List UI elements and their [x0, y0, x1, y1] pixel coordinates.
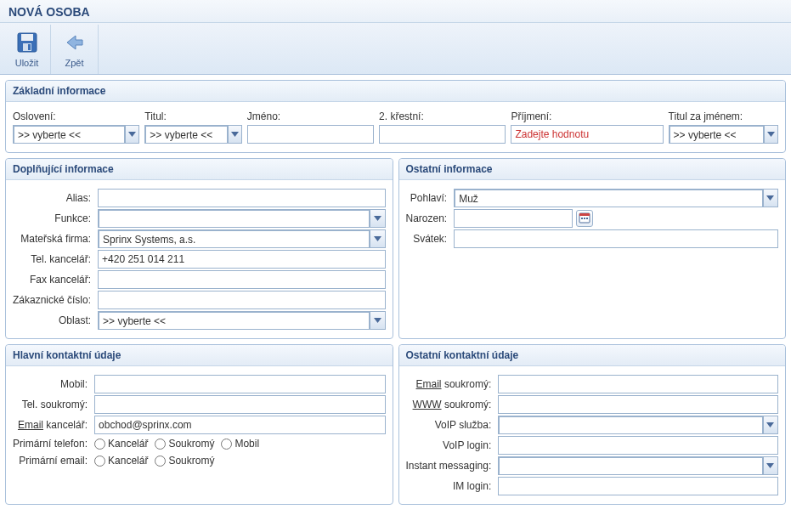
svg-rect-6 — [581, 218, 583, 219]
nameday-input[interactable] — [454, 229, 778, 248]
im-value[interactable] — [499, 457, 763, 475]
save-label: Uložit — [15, 58, 39, 68]
im-label: Instant messaging: — [406, 456, 499, 475]
panel-other-info: Ostatní informace Pohlaví: Narozen: — [398, 158, 787, 339]
function-value[interactable] — [99, 210, 370, 228]
radio-email-office[interactable]: Kancelář — [94, 455, 148, 467]
calendar-button[interactable] — [576, 210, 593, 227]
dropdown-icon[interactable] — [228, 126, 240, 143]
suffix-value[interactable] — [670, 126, 765, 144]
im-login-input[interactable] — [498, 477, 778, 495]
nameday-label: Svátek: — [406, 229, 455, 248]
panel-other-contact-header: Ostatní kontaktní údaje — [399, 345, 786, 366]
customer-no-label: Zákaznické číslo: — [13, 291, 98, 309]
last-name-label: Příjmení: — [511, 110, 663, 122]
www-private-label: WWW soukromý: — [406, 395, 499, 414]
radio-phone-mobile[interactable]: Mobil — [221, 438, 259, 450]
salutation-value[interactable] — [14, 126, 125, 144]
panel-additional: Doplňující informace Alias: Funkce: — [5, 158, 393, 339]
voip-service-select[interactable] — [498, 416, 778, 434]
alias-input[interactable] — [98, 189, 385, 207]
toolbar: Uložit Zpět — [0, 23, 791, 75]
first-name-label: Jméno: — [247, 110, 374, 122]
voip-login-label: VoIP login: — [406, 436, 499, 455]
suffix-label: Titul za jménem: — [669, 110, 778, 122]
email-private-label: Email soukromý: — [406, 375, 499, 393]
last-name-input[interactable] — [511, 125, 663, 144]
panel-additional-header: Doplňující informace — [6, 159, 393, 180]
dropdown-icon[interactable] — [370, 230, 384, 247]
primary-phone-radios: Kancelář Soukromý Mobil — [94, 436, 385, 451]
back-arrow-icon — [63, 31, 87, 54]
area-select[interactable] — [98, 311, 385, 330]
dropdown-icon[interactable] — [125, 126, 138, 143]
voip-service-value[interactable] — [499, 416, 763, 434]
calendar-icon — [579, 212, 590, 226]
dropdown-icon[interactable] — [370, 210, 384, 227]
born-input[interactable] — [454, 209, 573, 228]
salutation-label: Oslovení: — [13, 110, 139, 122]
customer-no-input[interactable] — [98, 291, 385, 309]
middle-name-input[interactable] — [379, 125, 506, 144]
voip-login-input[interactable] — [498, 436, 778, 455]
tel-office-input[interactable] — [98, 250, 385, 269]
dropdown-icon[interactable] — [763, 416, 777, 433]
company-select[interactable] — [98, 229, 385, 248]
tel-private-input[interactable] — [94, 395, 385, 414]
mobile-label: Mobil: — [13, 375, 94, 393]
gender-select[interactable] — [454, 189, 778, 207]
gender-value[interactable] — [455, 190, 763, 207]
middle-name-label: 2. křestní: — [379, 110, 506, 122]
svg-rect-1 — [21, 34, 33, 41]
dropdown-icon[interactable] — [370, 312, 384, 329]
svg-rect-8 — [586, 218, 588, 219]
panel-other-info-header: Ostatní informace — [399, 159, 786, 180]
page-title: NOVÁ OSOBA — [0, 0, 791, 23]
company-label: Mateřská firma: — [13, 229, 98, 248]
function-select[interactable] — [98, 209, 385, 228]
email-private-input[interactable] — [498, 375, 778, 393]
radio-email-private[interactable]: Soukromý — [155, 455, 214, 467]
panel-other-contact: Ostatní kontaktní údaje Email soukromý: … — [398, 344, 787, 505]
dropdown-icon[interactable] — [764, 126, 777, 143]
back-label: Zpět — [65, 58, 83, 68]
panel-main-contact: Hlavní kontaktní údaje Mobil: Tel. soukr… — [5, 344, 393, 505]
born-label: Narozen: — [406, 209, 455, 228]
im-login-label: IM login: — [406, 477, 499, 495]
title-select[interactable] — [144, 125, 241, 144]
primary-email-label: Primární email: — [13, 453, 94, 468]
title-label: Titul: — [144, 110, 241, 122]
voip-service-label: VoIP služba: — [406, 416, 499, 434]
email-office-input[interactable] — [94, 416, 385, 434]
im-select[interactable] — [498, 456, 778, 475]
back-button[interactable]: Zpět — [51, 25, 99, 74]
tel-private-label: Tel. soukromý: — [13, 395, 94, 414]
email-office-label: Email kancelář: — [13, 416, 94, 434]
first-name-input[interactable] — [247, 125, 374, 144]
panel-basic-header: Základní informace — [6, 81, 785, 102]
dropdown-icon[interactable] — [763, 457, 777, 474]
svg-rect-7 — [584, 218, 585, 219]
primary-phone-label: Primární telefon: — [13, 436, 94, 451]
svg-rect-3 — [28, 44, 31, 50]
www-private-input[interactable] — [498, 395, 778, 414]
fax-office-input[interactable] — [98, 270, 385, 289]
panel-basic: Základní informace Oslovení: Titul: Jmén… — [5, 80, 786, 153]
gender-label: Pohlaví: — [406, 189, 455, 207]
radio-phone-private[interactable]: Soukromý — [155, 438, 214, 450]
primary-email-radios: Kancelář Soukromý — [94, 453, 385, 468]
company-value[interactable] — [99, 230, 370, 248]
title-value[interactable] — [145, 126, 228, 144]
save-button[interactable]: Uložit — [3, 25, 51, 74]
radio-phone-office[interactable]: Kancelář — [94, 438, 148, 450]
dropdown-icon[interactable] — [763, 190, 777, 207]
save-icon — [15, 31, 39, 54]
panel-main-contact-header: Hlavní kontaktní údaje — [6, 345, 393, 366]
svg-rect-5 — [579, 213, 590, 216]
salutation-select[interactable] — [13, 125, 139, 144]
area-label: Oblast: — [13, 311, 98, 330]
area-value[interactable] — [99, 312, 370, 330]
mobile-input[interactable] — [94, 375, 385, 393]
suffix-select[interactable] — [669, 125, 778, 144]
function-label: Funkce: — [13, 209, 98, 228]
